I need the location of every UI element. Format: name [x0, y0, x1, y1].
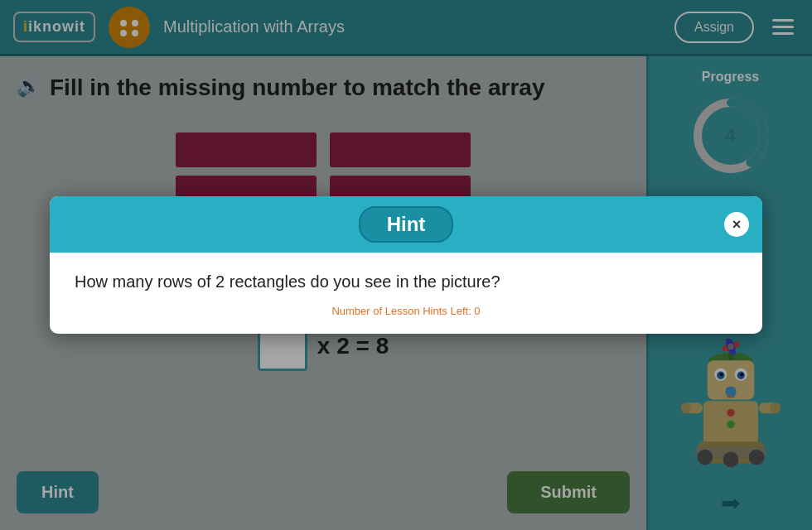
modal-hint-text: How many rows of 2 rectangles do you see…: [75, 272, 737, 292]
modal-overlay: Hint × How many rows of 2 rectangles do …: [0, 0, 812, 530]
modal-hints-left: Number of Lesson Hints Left: 0: [75, 305, 737, 317]
modal-body: How many rows of 2 rectangles do you see…: [50, 253, 762, 334]
modal-header: Hint ×: [50, 196, 762, 253]
modal-title: Hint: [359, 206, 454, 243]
hint-modal: Hint × How many rows of 2 rectangles do …: [50, 196, 762, 334]
modal-close-button[interactable]: ×: [724, 212, 749, 237]
